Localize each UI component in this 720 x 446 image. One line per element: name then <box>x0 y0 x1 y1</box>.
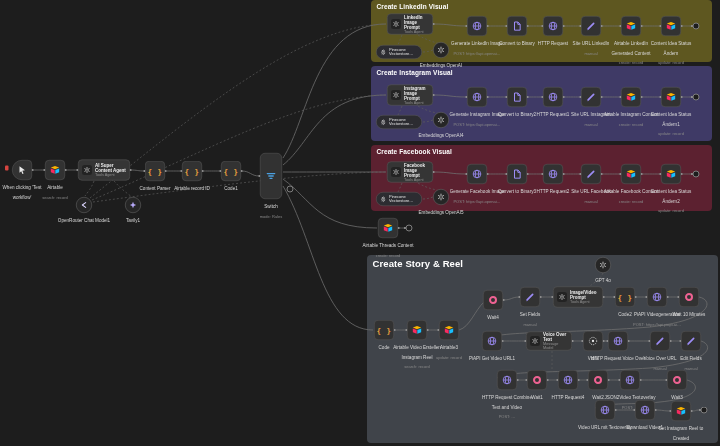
node-ig_pine[interactable]: Pinecone Vectorstore… <box>376 115 422 129</box>
node-st_vurl[interactable] <box>595 400 615 420</box>
node-li_pine[interactable]: Pinecone Vectorstore… <box>376 45 422 59</box>
node-fb_status[interactable] <box>661 164 681 184</box>
node-fb_url[interactable] <box>581 164 601 184</box>
globe-icon <box>652 292 662 302</box>
node-st_end[interactable] <box>701 407 708 414</box>
node-title: AI Super Content AgentTools Agent <box>95 163 126 177</box>
node-fb_agent[interactable]: Facebook Image PromptTools Agent <box>387 162 433 183</box>
cursor-icon <box>17 165 27 175</box>
pinecone-icon <box>380 49 387 56</box>
node-title: Pinecone Vectorstore… <box>389 118 418 127</box>
node-li_gen[interactable] <box>467 16 487 36</box>
node-code_main[interactable]: { } <box>221 161 241 181</box>
node-ig_http[interactable] <box>543 87 563 107</box>
vidra-icon <box>588 336 598 346</box>
node-li_status[interactable] <box>661 16 681 36</box>
node-st_vidra[interactable] <box>583 331 603 351</box>
node-li_http[interactable] <box>543 16 563 36</box>
connection <box>434 95 467 97</box>
node-st_comb[interactable] <box>497 370 517 390</box>
node-tavily[interactable] <box>125 197 141 213</box>
node-st_airvid[interactable] <box>407 320 427 340</box>
node-ig_gen[interactable] <box>467 87 487 107</box>
node-trigger[interactable] <box>12 160 32 180</box>
node-title: Pinecone Vectorstore… <box>389 48 418 57</box>
node-st_agent[interactable]: Image/Video PromptTools Agent <box>553 287 603 308</box>
node-parser[interactable]: { } <box>145 161 165 181</box>
globe-icon <box>640 405 650 415</box>
code-icon: { } <box>617 293 632 301</box>
node-fb_pine[interactable]: Pinecone Vectorstore… <box>376 192 422 206</box>
node-st_voice[interactable]: Voice Over TextMessage Model <box>526 332 572 351</box>
airtable-icon <box>666 169 676 179</box>
openai-icon <box>391 167 401 177</box>
node-recid[interactable]: { } <box>182 161 202 181</box>
node-st_air3[interactable] <box>439 320 459 340</box>
wait-icon <box>593 375 603 385</box>
node-fb_http[interactable] <box>543 164 563 184</box>
node-st_wait10[interactable] <box>679 287 699 307</box>
node-ig_agent[interactable]: Instagram Image PromptTools Agent <box>387 85 433 106</box>
connection <box>434 172 467 174</box>
airtable-icon <box>626 92 636 102</box>
node-st_wait3[interactable] <box>667 370 687 390</box>
node-title: Pinecone Vectorstore… <box>389 195 418 204</box>
node-st_getvid[interactable] <box>482 331 502 351</box>
node-title: Facebook Image PromptTools Agent <box>404 162 429 181</box>
node-ig_embed[interactable] <box>433 112 449 128</box>
node-li_air[interactable] <box>621 16 641 36</box>
node-st_json[interactable] <box>620 370 640 390</box>
node-st_gpt[interactable] <box>595 257 611 273</box>
node-st_wait4[interactable] <box>483 290 503 310</box>
connection <box>504 297 520 300</box>
openai-icon <box>391 19 401 29</box>
node-agent_main[interactable]: AI Super Content AgentTools Agent <box>78 160 130 181</box>
node-air1[interactable] <box>45 160 65 180</box>
node-st_httpvo[interactable] <box>608 331 628 351</box>
node-ig_conv[interactable] <box>507 87 527 107</box>
pencil-icon <box>655 336 665 346</box>
airtable-icon <box>666 21 676 31</box>
node-st_wait2[interactable] <box>588 370 608 390</box>
node-st_dl[interactable] <box>635 400 655 420</box>
node-st_vourl[interactable] <box>650 331 670 351</box>
node-li_url[interactable] <box>581 16 601 36</box>
node-st_wait1[interactable] <box>527 370 547 390</box>
connection <box>589 273 603 287</box>
pencil-icon <box>586 169 596 179</box>
node-fb_gen[interactable] <box>467 164 487 184</box>
airtable-icon <box>444 325 454 335</box>
node-st_http4[interactable] <box>558 370 578 390</box>
node-st_set[interactable] <box>520 287 540 307</box>
node-threads[interactable] <box>378 218 398 238</box>
node-st_code2[interactable]: { } <box>615 287 635 307</box>
node-openrouter[interactable] <box>76 197 92 213</box>
node-ig_status[interactable] <box>661 87 681 107</box>
node-ig_air[interactable] <box>621 87 641 107</box>
node-title: LinkedIn Image PromptTools Agent <box>404 14 429 33</box>
pencil-icon <box>586 21 596 31</box>
node-st_piapi[interactable] <box>647 287 667 307</box>
connection <box>131 170 145 171</box>
openai-icon <box>599 261 607 269</box>
workflow-canvas[interactable]: Create LinkedIn Visual Create Instagram … <box>0 0 720 446</box>
node-ig_url[interactable] <box>581 87 601 107</box>
node-fb_embed[interactable] <box>433 189 449 205</box>
globe-icon <box>502 375 512 385</box>
node-li_end[interactable] <box>693 23 700 30</box>
node-li_embed[interactable] <box>433 42 449 58</box>
node-sw_end[interactable] <box>287 186 294 193</box>
node-fb_conv[interactable] <box>507 164 527 184</box>
node-switch[interactable] <box>260 153 282 199</box>
connection <box>398 106 402 115</box>
node-ig_end[interactable] <box>693 94 700 101</box>
node-st_reel[interactable] <box>671 401 691 421</box>
node-st_edit[interactable] <box>681 331 701 351</box>
node-li_conv[interactable] <box>507 16 527 36</box>
node-fb_end[interactable] <box>693 171 700 178</box>
node-th_end[interactable] <box>406 225 413 232</box>
pencil-icon <box>586 92 596 102</box>
node-fb_air[interactable] <box>621 164 641 184</box>
node-li_agent[interactable]: LinkedIn Image PromptTools Agent <box>387 14 433 35</box>
node-st_code[interactable]: { } <box>374 320 394 340</box>
